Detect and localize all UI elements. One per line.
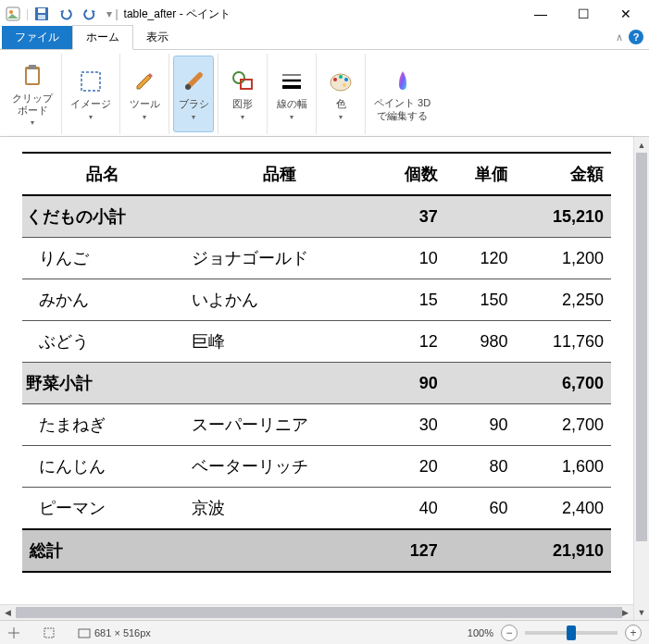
title-bar: | ▾ | table_after - ペイント — ☐ ✕ [0, 0, 649, 28]
svg-point-16 [333, 78, 337, 81]
table-row: にんじんベーターリッチ20801,600 [22, 446, 611, 488]
dropdown-icon: ▾ [339, 113, 343, 121]
tools-button[interactable]: ツール ▾ [124, 56, 165, 132]
tab-view[interactable]: 表示 [133, 26, 181, 49]
minimize-button[interactable]: — [519, 0, 562, 28]
status-bar: 681 × 516px 100% − + [0, 620, 649, 644]
svg-rect-22 [44, 628, 54, 638]
col-unit: 単価 [445, 153, 516, 195]
canvas-size: 681 × 516px [78, 626, 151, 639]
maximize-button[interactable]: ☐ [562, 0, 605, 28]
scroll-down-icon[interactable]: ▼ [634, 604, 649, 620]
table-row: みかんいよかん151502,250 [22, 279, 611, 321]
tab-home[interactable]: ホーム [72, 25, 133, 50]
tab-file[interactable]: ファイル [2, 26, 72, 49]
zoom-out-button[interactable]: − [501, 625, 518, 641]
app-icon[interactable] [2, 3, 24, 25]
selection-icon [43, 626, 56, 639]
svg-point-19 [343, 83, 346, 87]
table-row: ピーマン京波40602,400 [22, 488, 611, 530]
brush-icon [179, 67, 208, 96]
svg-point-17 [339, 75, 343, 79]
svg-rect-23 [79, 629, 90, 638]
paint3d-button[interactable]: ペイント 3D で編集する [369, 56, 435, 132]
h-scroll-thumb[interactable] [16, 607, 622, 618]
svg-rect-4 [38, 15, 45, 19]
selection-size [43, 626, 56, 639]
svg-rect-6 [27, 69, 38, 83]
ribbon: クリップ ボード ▾ イメージ ▾ ツール ▾ ブラシ ▾ 図形 ▾ [0, 50, 649, 137]
table-row: たまねぎスーパーリニア30902,700 [22, 404, 611, 446]
dropdown-icon: ▾ [89, 113, 93, 121]
svg-rect-3 [38, 8, 45, 13]
stroke-icon [277, 67, 306, 96]
image-button[interactable]: イメージ ▾ [66, 56, 116, 132]
table-row: 野菜小計906,700 [22, 363, 611, 404]
canvas[interactable]: 品名 品種 個数 単価 金額 くだもの小計3715,210りんごジョナゴールド1… [0, 137, 633, 604]
col-variety: 品種 [184, 153, 376, 195]
svg-rect-7 [29, 65, 36, 69]
redo-button[interactable] [79, 3, 101, 25]
col-qty: 個数 [375, 153, 445, 195]
undo-button[interactable] [55, 3, 77, 25]
svg-point-1 [9, 10, 13, 14]
table-row: くだもの小計3715,210 [22, 195, 611, 238]
col-amount: 金額 [516, 153, 611, 195]
data-table: 品名 品種 個数 単価 金額 くだもの小計3715,210りんごジョナゴールド1… [22, 152, 611, 573]
dropdown-icon: ▾ [143, 113, 146, 121]
scroll-left-icon[interactable]: ◀ [0, 605, 16, 620]
cursor-pos [7, 626, 20, 639]
ribbon-tabs: ファイル ホーム 表示 ∧ ? [0, 28, 649, 50]
svg-point-10 [233, 72, 244, 83]
col-name: 品名 [22, 153, 184, 195]
title-separator: ▾ | [106, 7, 118, 20]
workspace: 品名 品種 個数 単価 金額 くだもの小計3715,210りんごジョナゴールド1… [0, 137, 649, 620]
vertical-scrollbar[interactable]: ▲ ▼ [633, 137, 649, 620]
dropdown-icon: ▾ [290, 113, 293, 121]
select-icon [76, 67, 106, 96]
svg-point-9 [185, 84, 191, 90]
dropdown-icon: ▾ [31, 118, 34, 127]
zoom-thumb[interactable] [567, 625, 576, 640]
clipboard-button[interactable]: クリップ ボード ▾ [7, 56, 57, 132]
table-row: ぶどう巨峰1298011,760 [22, 321, 611, 363]
document-title: table_after - ペイント [124, 6, 231, 22]
color-button[interactable]: 色 ▾ [320, 56, 361, 132]
paint3d-icon [388, 66, 418, 95]
stroke-width-button[interactable]: 線の幅 ▾ [271, 56, 312, 132]
zoom-value: 100% [468, 627, 493, 638]
help-button[interactable]: ? [629, 30, 643, 44]
shapes-icon [228, 67, 257, 96]
dropdown-icon: ▾ [241, 113, 244, 121]
collapse-ribbon-icon[interactable]: ∧ [616, 31, 623, 43]
close-button[interactable]: ✕ [605, 0, 647, 28]
cursor-icon [7, 626, 20, 639]
horizontal-scrollbar[interactable]: ◀ ▶ [0, 604, 633, 620]
table-row: 総計12721,910 [22, 529, 611, 572]
v-scroll-thumb[interactable] [636, 153, 647, 541]
palette-icon [326, 67, 356, 96]
zoom-in-button[interactable]: + [625, 625, 642, 641]
canvas-size-icon [78, 626, 91, 639]
clipboard-icon [18, 61, 47, 91]
scroll-up-icon[interactable]: ▲ [634, 137, 649, 153]
dropdown-icon: ▾ [192, 113, 195, 121]
pencil-icon [130, 67, 159, 96]
shapes-button[interactable]: 図形 ▾ [222, 56, 263, 132]
save-button[interactable] [31, 3, 53, 25]
svg-rect-8 [81, 72, 100, 91]
zoom-slider[interactable] [525, 631, 618, 635]
table-row: りんごジョナゴールド101201,200 [22, 238, 611, 279]
svg-point-18 [344, 78, 348, 81]
brushes-button[interactable]: ブラシ ▾ [173, 56, 214, 132]
